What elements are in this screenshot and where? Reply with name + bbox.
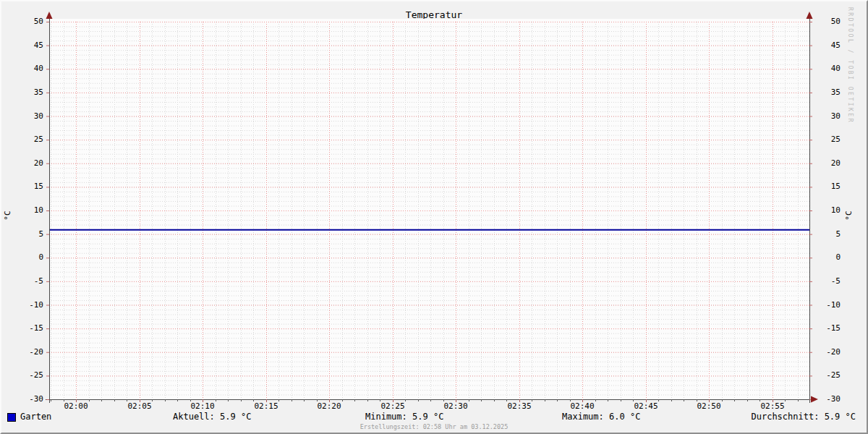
y-tick-label-right: 45	[814, 41, 841, 51]
y-tick-label-right: 40	[814, 64, 841, 74]
y-tick-label-right: -15	[814, 323, 841, 333]
y-tick-label-right: -10	[814, 300, 841, 310]
y-tick-label-right: 10	[814, 205, 841, 216]
legend-current-value: Aktuell: 5.9 °C	[173, 412, 251, 422]
y-tick-label-right: 15	[814, 182, 841, 192]
x-tick-label: 02:15	[244, 401, 288, 412]
y-tick-label-left: -25	[12, 370, 43, 380]
y-tick-label-right: -25	[814, 370, 841, 380]
y-tick-label-right: 0	[814, 252, 841, 263]
legend-average-value: Durchschnitt: 5.9 °C	[752, 412, 856, 422]
y-tick-label-left: 45	[12, 41, 43, 51]
y-tick-label-right: 50	[814, 17, 841, 27]
legend-maximum-value: Maximum: 6.0 °C	[562, 412, 640, 422]
y-axis-unit-right: °C	[844, 203, 854, 229]
generation-timestamp: Erstellungszeit: 02:58 Uhr am 03.12.2025	[1, 423, 867, 431]
y-tick-label-right: 35	[814, 88, 841, 98]
y-tick-label-left: 20	[12, 158, 43, 169]
y-tick-label-left: 30	[12, 111, 43, 122]
x-tick-label: 02:20	[307, 401, 351, 412]
x-tick-label: 02:05	[118, 401, 161, 412]
y-tick-label-left: 50	[12, 17, 43, 27]
y-tick-label-right: 5	[814, 229, 841, 239]
rrdtool-watermark: RRDTOOL / TOBI OETIKER	[846, 7, 854, 124]
y-tick-label-right: 25	[814, 135, 841, 145]
series-color-swatch	[7, 413, 16, 422]
plot-area	[1, 1, 868, 434]
y-tick-label-left: -10	[12, 300, 43, 310]
x-tick-label: 02:25	[371, 401, 414, 412]
y-tick-label-left: 10	[12, 205, 43, 216]
legend-minimum-value: Minimum: 5.9 °C	[365, 412, 443, 422]
legend-series-name: Garten	[20, 412, 51, 422]
y-tick-label-left: 40	[12, 64, 43, 74]
x-tick-label: 02:35	[498, 401, 541, 412]
y-tick-label-right: 30	[814, 111, 841, 122]
y-tick-label-right: 20	[814, 158, 841, 169]
y-tick-label-right: -5	[814, 276, 841, 286]
x-tick-label: 02:55	[751, 401, 794, 412]
y-tick-label-left: 25	[12, 135, 43, 145]
x-tick-label: 02:10	[181, 401, 224, 412]
y-tick-label-left: 15	[12, 182, 43, 192]
x-tick-label: 02:50	[687, 401, 731, 412]
y-tick-label-left: -30	[12, 394, 43, 404]
y-tick-label-right: -30	[814, 394, 841, 404]
y-tick-label-left: 5	[12, 229, 43, 239]
y-tick-label-left: -20	[12, 347, 43, 357]
y-tick-label-left: 0	[12, 252, 43, 263]
y-tick-label-left: -5	[12, 276, 43, 286]
y-tick-label-right: -20	[814, 347, 841, 357]
chart-title: Temperatur	[1, 9, 867, 20]
y-tick-label-left: 35	[12, 88, 43, 98]
x-tick-label: 02:45	[624, 401, 668, 412]
x-tick-label: 02:40	[561, 401, 604, 412]
rrdtool-temperature-graph: Temperatur -30-30-25-25-20-20-15-15-10-1…	[0, 0, 868, 434]
y-tick-label-left: -15	[12, 323, 43, 333]
y-axis-unit-left: °C	[3, 203, 13, 229]
x-tick-label: 02:00	[54, 401, 98, 412]
x-tick-label: 02:30	[434, 401, 477, 412]
